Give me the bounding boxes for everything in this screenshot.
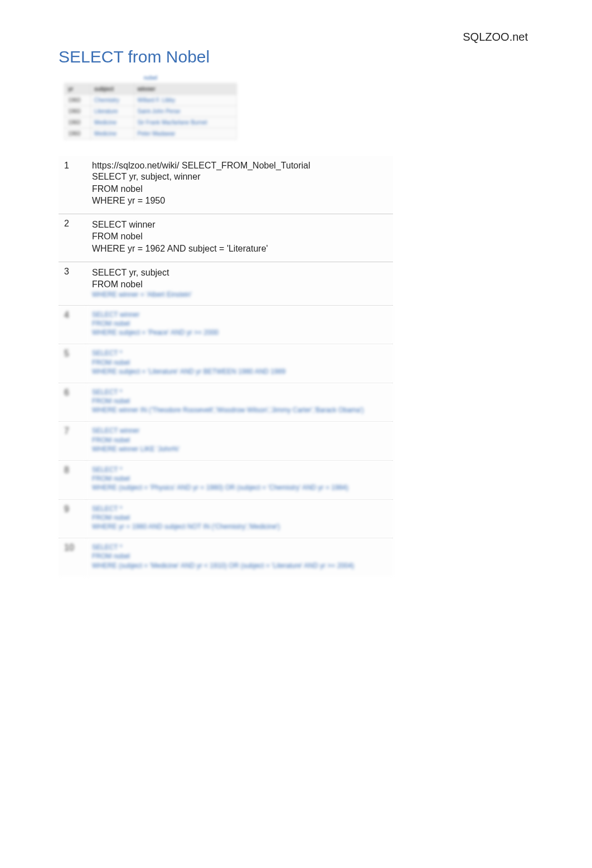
main-content: SELECT from Nobel nobel yr subject winne…	[59, 47, 532, 577]
answer-content: SELECT * FROM nobel WHERE (subject = 'Me…	[86, 538, 393, 577]
answer-row: 2SELECT winner FROM nobel WHERE yr = 196…	[59, 214, 393, 262]
table-cell: Medicine	[91, 128, 134, 139]
sql-query: SELECT yr, subject, winner FROM nobel WH…	[92, 171, 387, 207]
table-cell: Literature	[91, 106, 134, 117]
answer-row: 8SELECT * FROM nobel WHERE (subject = 'P…	[59, 461, 393, 500]
answer-content: SELECT * FROM nobel WHERE winner IN ('Th…	[86, 383, 393, 422]
answer-row: 5SELECT * FROM nobel WHERE subject = 'Li…	[59, 344, 393, 383]
answer-content: SELECT winner FROM nobel WHERE yr = 1962…	[86, 214, 393, 262]
sql-query: SELECT winner FROM nobel WHERE winner LI…	[92, 426, 387, 454]
answer-row: 4SELECT winner FROM nobel WHERE subject …	[59, 305, 393, 344]
table-cell: 1960	[65, 117, 91, 128]
answer-content: SELECT winner FROM nobel WHERE winner LI…	[86, 422, 393, 461]
answer-row: 3SELECT yr, subject FROM nobelWHERE winn…	[59, 262, 393, 305]
answer-number: 3	[59, 262, 86, 305]
table-row: 1960LiteratureSaint-John Perse	[65, 106, 237, 117]
answer-number: 5	[59, 344, 86, 383]
sql-query: SELECT * FROM nobel WHERE (subject = 'Ph…	[92, 465, 387, 493]
table-cell: 1960	[65, 95, 91, 106]
table-cell: 1960	[65, 106, 91, 117]
answer-row: 6SELECT * FROM nobel WHERE winner IN ('T…	[59, 383, 393, 422]
answer-number: 10	[59, 538, 86, 577]
sql-query-blurred-line: WHERE winner = 'Albert Einstein'	[92, 291, 387, 298]
answer-content: SELECT * FROM nobel WHERE subject = 'Lit…	[86, 344, 393, 383]
answer-number: 9	[59, 499, 86, 538]
sql-query: SELECT winner FROM nobel WHERE subject =…	[92, 310, 387, 337]
answer-content: SELECT yr, subject FROM nobelWHERE winne…	[86, 262, 393, 305]
answer-content: SELECT * FROM nobel WHERE (subject = 'Ph…	[86, 461, 393, 500]
table-row: 1960MedicinePeter Madawar	[65, 128, 237, 139]
tutorial-url: https://sqlzoo.net/wiki/ SELECT_FROM_Nob…	[92, 161, 387, 171]
sql-query: SELECT yr, subject FROM nobel	[92, 267, 387, 291]
table-cell: Sir Frank Macfarlane Burnet	[134, 117, 236, 128]
sample-table-caption: nobel	[64, 75, 237, 81]
answer-content: SELECT * FROM nobel WHERE yr = 1980 AND …	[86, 499, 393, 538]
sql-query: SELECT * FROM nobel WHERE yr = 1980 AND …	[92, 504, 387, 532]
table-row: 1960ChemistryWillard F. Libby	[65, 95, 237, 106]
answer-row: 10SELECT * FROM nobel WHERE (subject = '…	[59, 538, 393, 577]
answer-content: SELECT winner FROM nobel WHERE subject =…	[86, 305, 393, 344]
answer-content: https://sqlzoo.net/wiki/ SELECT_FROM_Nob…	[86, 156, 393, 214]
answer-row: 9SELECT * FROM nobel WHERE yr = 1980 AND…	[59, 499, 393, 538]
sql-answers-table: 1https://sqlzoo.net/wiki/ SELECT_FROM_No…	[59, 156, 393, 577]
table-header-row: yr subject winner	[65, 84, 237, 95]
answer-number: 8	[59, 461, 86, 500]
sql-query: SELECT * FROM nobel WHERE winner IN ('Th…	[92, 388, 387, 415]
sample-nobel-table: yr subject winner 1960ChemistryWillard F…	[64, 83, 237, 139]
sql-query: SELECT * FROM nobel WHERE (subject = 'Me…	[92, 543, 387, 570]
answer-number: 4	[59, 305, 86, 344]
answer-row: 1https://sqlzoo.net/wiki/ SELECT_FROM_No…	[59, 156, 393, 214]
answer-row: 7SELECT winner FROM nobel WHERE winner L…	[59, 422, 393, 461]
sample-table-container: nobel yr subject winner 1960ChemistryWil…	[64, 75, 237, 139]
col-winner: winner	[134, 84, 236, 95]
table-cell: 1960	[65, 128, 91, 139]
table-cell: Peter Madawar	[134, 128, 236, 139]
site-name-header: SQLZOO.net	[463, 31, 528, 44]
table-cell: Chemistry	[91, 95, 134, 106]
page-title: SELECT from Nobel	[59, 47, 532, 66]
col-yr: yr	[65, 84, 91, 95]
answer-number: 1	[59, 156, 86, 214]
answer-number: 2	[59, 214, 86, 262]
sql-query: SELECT winner FROM nobel WHERE yr = 1962…	[92, 219, 387, 255]
col-subject: subject	[91, 84, 134, 95]
answer-number: 6	[59, 383, 86, 422]
table-cell: Medicine	[91, 117, 134, 128]
table-cell: Saint-John Perse	[134, 106, 236, 117]
table-row: 1960MedicineSir Frank Macfarlane Burnet	[65, 117, 237, 128]
answer-number: 7	[59, 422, 86, 461]
sql-query: SELECT * FROM nobel WHERE subject = 'Lit…	[92, 349, 387, 376]
table-cell: Willard F. Libby	[134, 95, 236, 106]
